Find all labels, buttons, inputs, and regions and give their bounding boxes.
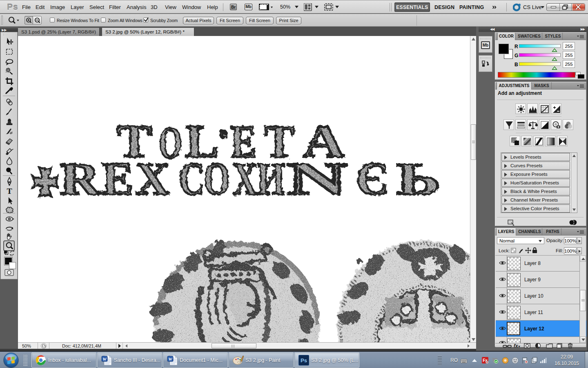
svg-text:Ps: Ps [301, 357, 307, 364]
svg-text:W: W [102, 357, 107, 361]
svg-text:N: N [287, 153, 347, 204]
svg-text:e: e [220, 124, 227, 141]
svg-text:Ь: Ь [396, 153, 441, 204]
svg-text:X: X [233, 153, 257, 204]
svg-text:R: R [60, 153, 101, 204]
svg-text:C: C [179, 153, 205, 204]
svg-text:Є: Є [356, 153, 388, 204]
svg-text:X: X [136, 153, 169, 204]
svg-text:И: И [257, 153, 285, 204]
svg-text:E: E [102, 153, 133, 204]
svg-text:T: T [7, 186, 12, 195]
svg-text:W: W [168, 357, 173, 361]
svg-text:O: O [204, 153, 230, 204]
